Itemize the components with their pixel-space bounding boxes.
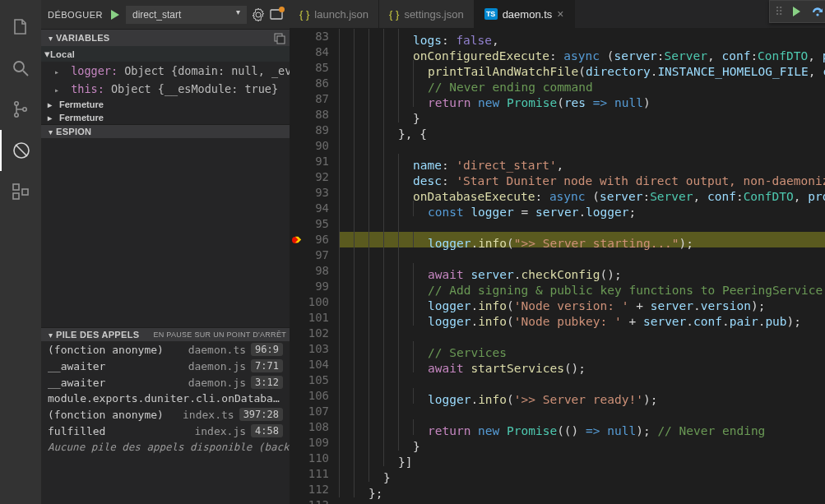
debug-toolbar: ⠿ [769,0,825,23]
ts-icon: TS [484,8,498,20]
stack-frame[interactable]: fulfilled index.js 4:58 [41,423,290,439]
scope-closure[interactable]: ▸Fermeture [41,98,290,111]
stack-frame[interactable]: module.exports.duniter.cli.onDatabas… [41,391,290,406]
debug-console-icon[interactable] [270,8,283,21]
close-icon[interactable]: × [557,8,563,20]
section-variables[interactable]: ▾ VARIABLES [41,29,290,46]
current-line-arrow [292,232,304,247]
section-callstack[interactable]: ▾ PILE DES APPELS EN PAUSE SUR UN POINT … [41,327,290,341]
svg-line-1 [23,71,28,76]
stack-frame[interactable]: __awaiter daemon.js 7:71 [41,358,290,374]
svg-rect-12 [277,36,285,44]
svg-rect-8 [13,193,19,199]
stack-frame[interactable]: __awaiter daemon.js 3:12 [41,374,290,391]
git-icon[interactable] [0,89,41,130]
continue-button[interactable] [790,5,803,18]
debugger-title: DÉBOGUER [48,10,103,20]
svg-point-2 [15,102,18,105]
scope-closure[interactable]: ▸Fermeture [41,111,290,124]
debug-header: DÉBOGUER direct_start [41,0,290,29]
svg-rect-9 [22,189,28,195]
tab-launch-json[interactable]: { } launch.json [290,0,379,28]
editor-area: { } launch.json { } settings.json TS dae… [290,0,825,504]
svg-point-4 [23,108,26,111]
tab-settings-json[interactable]: { } settings.json [379,0,475,28]
drag-handle[interactable]: ⠿ [775,5,781,18]
code-content[interactable]: logs: false, onConfiguredExecute: async … [339,29,825,504]
extensions-icon[interactable] [0,171,41,212]
debug-side-panel: DÉBOGUER direct_start ▾ VARIABLES [41,0,290,504]
stack-note: Aucune pile des appels disponible (backt… [41,439,290,455]
svg-point-13 [817,13,819,16]
svg-point-0 [14,62,24,72]
stack-frame[interactable]: (fonction anonyme) index.ts 397:28 [41,406,290,423]
gear-icon[interactable] [252,8,265,21]
section-watch[interactable]: ▾ ESPION [41,124,290,138]
stack-frame[interactable]: (fonction anonyme) daemon.ts 96:9 [41,341,290,358]
editor-body[interactable]: 8384858687888990919293949596979899100101… [290,29,825,504]
activity-bar [0,0,41,504]
variable-row[interactable]: ▸ logger: Object {domain: null, _eve… [41,62,290,80]
variable-row[interactable]: ▸ this: Object {__esModule: true} [41,80,290,98]
svg-line-6 [16,145,27,156]
step-over-button[interactable] [811,5,824,18]
callstack-body: (fonction anonyme) daemon.ts 96:9 __awai… [41,341,290,455]
glyph-margin[interactable] [290,29,303,504]
search-icon[interactable] [0,48,41,89]
start-debug-button[interactable] [108,8,121,21]
watch-body[interactable] [41,138,290,327]
scope-local[interactable]: ▾ Local [41,46,290,62]
json-icon: { } [299,8,309,21]
launch-config-select[interactable]: direct_start [126,6,247,24]
svg-point-3 [15,113,18,117]
debug-icon[interactable] [0,130,41,171]
line-numbers: 8384858687888990919293949596979899100101… [303,29,339,504]
tab-bar: { } launch.json { } settings.json TS dae… [290,0,825,29]
tab-daemon-ts[interactable]: TS daemon.ts × [475,0,575,28]
explorer-icon[interactable] [0,7,41,48]
json-icon: { } [389,8,399,21]
svg-rect-7 [13,184,19,190]
collapse-all-icon[interactable] [273,31,286,44]
